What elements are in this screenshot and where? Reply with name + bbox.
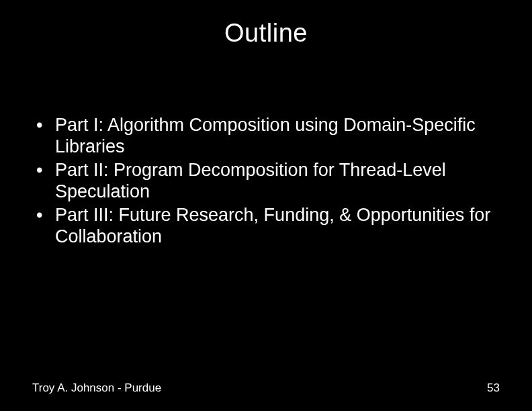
bullet-list: Part I: Algorithm Composition using Doma… xyxy=(32,114,500,247)
slide-footer: Troy A. Johnson - Purdue 53 xyxy=(32,381,500,395)
footer-page-number: 53 xyxy=(487,381,500,395)
slide: Outline Part I: Algorithm Composition us… xyxy=(0,0,532,411)
footer-author: Troy A. Johnson - Purdue xyxy=(32,381,161,395)
bullet-item: Part II: Program Decomposition for Threa… xyxy=(32,159,500,203)
slide-body: Part I: Algorithm Composition using Doma… xyxy=(32,114,500,248)
bullet-item: Part I: Algorithm Composition using Doma… xyxy=(32,114,500,158)
bullet-item: Part III: Future Research, Funding, & Op… xyxy=(32,204,500,248)
slide-title: Outline xyxy=(0,0,532,48)
